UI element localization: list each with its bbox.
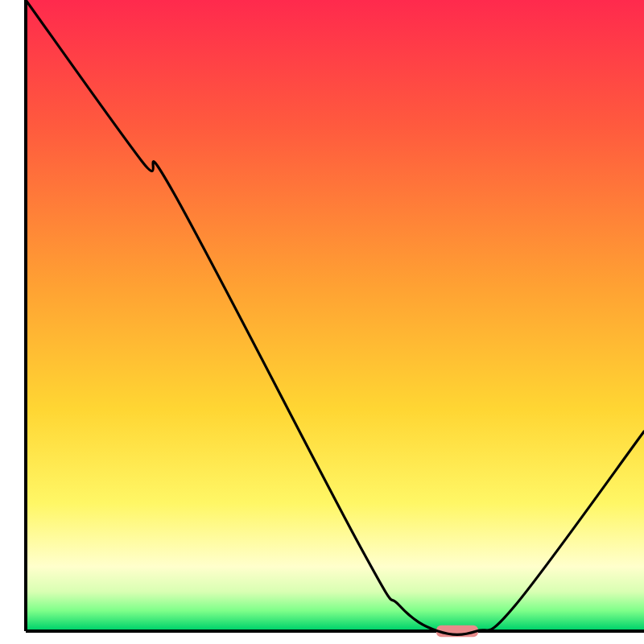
chart-canvas: { "watermark": "TheBottleneck.com", "cha… bbox=[0, 0, 644, 644]
chart-svg bbox=[0, 0, 644, 644]
plot-background bbox=[26, 0, 644, 630]
